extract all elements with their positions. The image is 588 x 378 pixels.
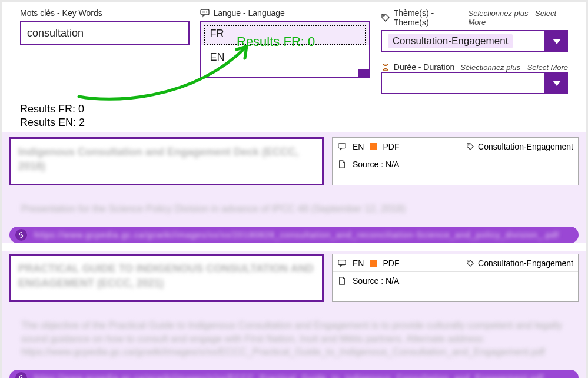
results-area: Indigenous Consultation and Engagement D… (2, 132, 586, 378)
themes-caret[interactable] (546, 30, 568, 52)
themes-label: Thème(s) - Theme(s) Sélectionnez plus - … (381, 8, 568, 27)
duration-select-more[interactable]: Sélectionnez plus - Select More (460, 63, 568, 72)
result-link-text: https://www.gcpedia.gc.ca/gcwiki/images/… (34, 230, 573, 240)
chevron-down-icon (552, 37, 562, 46)
chevron-down-icon (552, 78, 562, 88)
svg-point-4 (383, 15, 384, 16)
chat-icon (337, 142, 347, 151)
language-option-en[interactable]: EN (201, 45, 368, 69)
result-format: PDF (383, 142, 399, 151)
svg-point-1 (202, 12, 204, 13)
result-card: Indigenous Consultation and Engagement D… (9, 137, 579, 215)
focus-ring (204, 25, 366, 45)
result-meta-row-2: Source : N/A (333, 272, 578, 290)
result-title-box[interactable]: PRACTICAL GUIDE TO INDIGENOUS CONSULTATI… (9, 254, 324, 302)
result-lang: EN (353, 142, 364, 151)
svg-rect-5 (338, 143, 346, 148)
page-icon (337, 276, 347, 286)
filter-row: Mots clés - Key Words Langue - Language … (2, 2, 586, 97)
app-frame: Mots clés - Key Words Langue - Language … (2, 2, 586, 376)
result-header-row: Indigenous Consultation and Engagement D… (9, 137, 579, 185)
language-scroll-thumb[interactable] (358, 69, 369, 77)
result-theme: Consultation-Engagement (478, 142, 573, 151)
result-format: PDF (383, 258, 399, 268)
svg-point-6 (469, 144, 470, 145)
language-filter: Langue - Language FR EN (200, 8, 370, 78)
result-description: Presentation for the Science Policy Divi… (21, 202, 567, 215)
result-meta-row-2: Source : N/A (333, 155, 578, 173)
language-option-fr[interactable]: FR (201, 22, 368, 45)
duration-label: Durée - Duration Sélectionnez plus - Sel… (381, 62, 568, 72)
themes-value: Consultation-Engagement (388, 34, 513, 48)
right-filters: Thème(s) - Theme(s) Sélectionnez plus - … (381, 8, 568, 94)
chat-icon (337, 258, 347, 268)
language-listbox[interactable]: FR EN (200, 21, 370, 78)
results-fr-count: Results FR: 0 (20, 102, 586, 116)
duration-label-text: Durée - Duration (394, 62, 455, 72)
language-label: Langue - Language (200, 8, 370, 18)
result-title-box[interactable]: Indigenous Consultation and Engagement D… (9, 137, 324, 185)
result-meta-row-1: EN PDF Consultation-Engagement (333, 254, 578, 272)
link-icon (15, 372, 27, 378)
result-theme-wrap: Consultation-Engagement (466, 142, 573, 151)
result-title: Indigenous Consultation and Engagement D… (18, 145, 315, 174)
language-option-en-text: EN (210, 51, 224, 64)
result-card: PRACTICAL GUIDE TO INDIGENOUS CONSULTATI… (9, 254, 579, 358)
result-link-bar[interactable]: https://www.gcpedia.gc.ca/gcwiki/images/… (9, 370, 579, 378)
result-source: Source : N/A (353, 276, 399, 286)
duration-select[interactable] (381, 72, 568, 94)
chat-icon (200, 8, 210, 18)
keywords-input[interactable] (20, 21, 190, 45)
themes-select-body[interactable]: Consultation-Engagement (381, 30, 546, 52)
svg-point-3 (206, 12, 207, 13)
language-scroll-track[interactable] (201, 69, 368, 77)
result-meta-box: EN PDF Consultation-Engagement (332, 137, 579, 185)
duration-select-body[interactable] (381, 72, 546, 94)
keywords-label-text: Mots clés - Key Words (20, 8, 102, 18)
results-en-count: Results EN: 2 (20, 116, 586, 130)
svg-point-2 (204, 12, 205, 13)
tag-icon (466, 142, 475, 151)
keywords-label: Mots clés - Key Words (20, 8, 190, 18)
results-count-block: Results FR: 0 Results EN: 2 (20, 102, 586, 129)
svg-rect-7 (338, 260, 346, 265)
language-option-fr-text: FR (210, 28, 224, 40)
language-label-text: Langue - Language (213, 8, 284, 18)
result-header-row: PRACTICAL GUIDE TO INDIGENOUS CONSULTATI… (9, 254, 579, 302)
result-description: The objective of the Practical Guide to … (21, 319, 567, 358)
format-icon (370, 143, 377, 150)
tag-icon (466, 258, 475, 268)
result-title: PRACTICAL GUIDE TO INDIGENOUS CONSULTATI… (18, 261, 315, 290)
themes-select-more[interactable]: Sélectionnez plus - Select More (469, 9, 568, 26)
duration-caret[interactable] (546, 72, 568, 94)
result-meta-box: EN PDF Consultation-Engagement (332, 254, 579, 302)
page-icon (337, 160, 347, 169)
format-icon (370, 260, 377, 267)
result-theme-wrap: Consultation-Engagement (466, 258, 573, 268)
result-lang: EN (353, 258, 364, 268)
result-source: Source : N/A (353, 160, 399, 169)
result-link-text: https://www.gcpedia.gc.ca/gcwiki/images/… (34, 373, 573, 378)
themes-select[interactable]: Consultation-Engagement (381, 30, 568, 52)
keywords-filter: Mots clés - Key Words (20, 8, 190, 45)
card-separator (2, 243, 586, 251)
result-theme: Consultation-Engagement (478, 258, 573, 268)
hourglass-icon (381, 62, 390, 72)
tag-icon (381, 13, 390, 22)
result-meta-row-1: EN PDF Consultation-Engagement (333, 138, 578, 155)
svg-point-8 (469, 261, 470, 262)
duration-filter: Durée - Duration Sélectionnez plus - Sel… (381, 62, 568, 94)
themes-label-text: Thème(s) - Theme(s) (394, 8, 465, 27)
link-icon (15, 229, 27, 241)
result-link-bar[interactable]: https://www.gcpedia.gc.ca/gcwiki/images/… (9, 227, 579, 243)
